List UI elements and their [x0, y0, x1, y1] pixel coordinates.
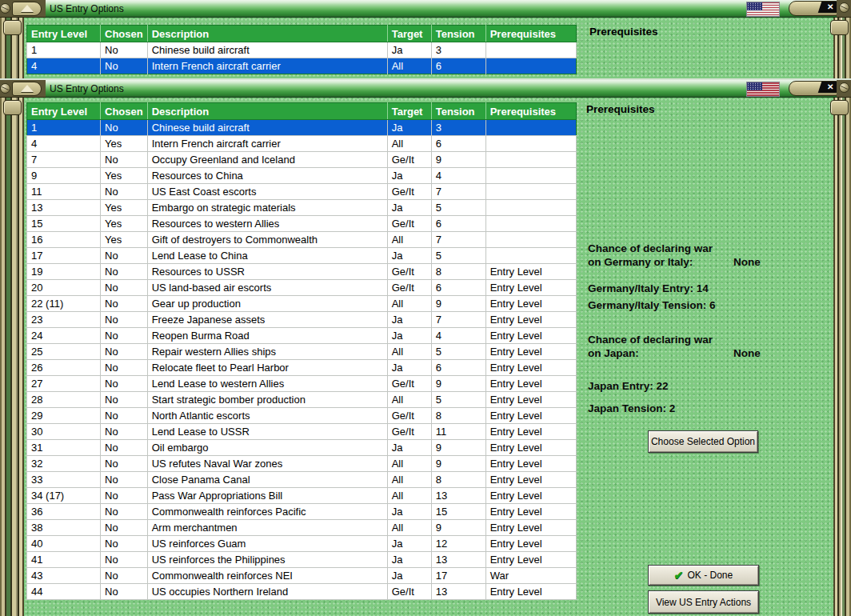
cell-tension[interactable]: 11 — [431, 424, 485, 440]
cell-description[interactable]: US land-based air escorts — [147, 280, 387, 296]
cell-entry-level[interactable]: 38 — [27, 520, 101, 536]
entry-option-row[interactable]: 24NoReopen Burma RoadJa4Entry Level — [27, 328, 577, 344]
cell-description[interactable]: Chinese build aircraft — [147, 42, 387, 58]
cell-entry-level[interactable]: 16 — [27, 232, 101, 248]
choose-selected-option-button[interactable]: Choose Selected Option — [648, 430, 758, 453]
cell-tension[interactable]: 13 — [431, 584, 485, 600]
cell-prerequisites[interactable] — [485, 58, 576, 74]
cell-prerequisites[interactable]: Entry Level — [485, 536, 576, 552]
cell-tension[interactable]: 17 — [431, 568, 485, 584]
cell-chosen[interactable]: No — [101, 504, 148, 520]
titlebar[interactable]: US Entry Options ✕ — [0, 0, 851, 18]
entry-option-row[interactable]: 22 (11)NoGear up productionAll9Entry Lev… — [27, 296, 577, 312]
entry-option-row[interactable]: 29NoNorth Atlantic escortsGe/It8Entry Le… — [27, 408, 577, 424]
cell-chosen[interactable]: No — [101, 568, 148, 584]
cell-chosen[interactable]: No — [101, 328, 148, 344]
cell-entry-level[interactable]: 22 (11) — [27, 296, 101, 312]
cell-entry-level[interactable]: 29 — [27, 408, 101, 424]
cell-entry-level[interactable]: 26 — [27, 360, 101, 376]
cell-chosen[interactable]: No — [101, 392, 148, 408]
cell-tension[interactable]: 8 — [431, 264, 485, 280]
cell-chosen[interactable]: No — [101, 360, 148, 376]
cell-prerequisites[interactable]: Entry Level — [485, 264, 576, 280]
cell-target[interactable]: Ge/It — [387, 408, 431, 424]
cell-description[interactable]: Freeze Japanese assets — [147, 312, 387, 328]
cell-description[interactable]: US occupies Northern Ireland — [147, 584, 387, 600]
cell-description[interactable]: Repair western Allies ships — [147, 344, 387, 360]
cell-description[interactable]: Oil embargo — [147, 440, 387, 456]
cell-entry-level[interactable]: 43 — [27, 568, 101, 584]
collapse-button[interactable] — [12, 82, 42, 96]
cell-target[interactable]: All — [387, 344, 431, 360]
cell-tension[interactable]: 13 — [431, 488, 485, 504]
entry-option-row[interactable]: 33NoClose Panama CanalAll8Entry Level — [27, 472, 577, 488]
entry-option-row[interactable]: 19NoResources to USSRGe/It8Entry Level — [27, 264, 577, 280]
cell-prerequisites[interactable] — [485, 184, 576, 200]
entry-option-row[interactable]: 1NoChinese build aircraftJa3 — [27, 42, 577, 58]
cell-tension[interactable]: 6 — [431, 360, 485, 376]
cell-target[interactable]: All — [387, 488, 431, 504]
cell-tension[interactable]: 6 — [431, 58, 485, 74]
entry-option-row[interactable]: 30NoLend Lease to USSRGe/It11Entry Level — [27, 424, 577, 440]
cell-description[interactable]: Lend Lease to western Allies — [147, 376, 387, 392]
cell-chosen[interactable]: No — [101, 408, 148, 424]
cell-tension[interactable]: 8 — [431, 408, 485, 424]
cell-entry-level[interactable]: 44 — [27, 584, 101, 600]
cell-description[interactable]: US reinforces Guam — [147, 536, 387, 552]
cell-description[interactable]: Gear up production — [147, 296, 387, 312]
cell-chosen[interactable]: Yes — [101, 200, 148, 216]
cell-tension[interactable]: 5 — [431, 392, 485, 408]
cell-prerequisites[interactable]: Entry Level — [485, 472, 576, 488]
cell-chosen[interactable]: No — [101, 312, 148, 328]
entry-option-row[interactable]: 28NoStart strategic bomber productionAll… — [27, 392, 577, 408]
entry-option-row[interactable]: 26NoRelocate fleet to Pearl HarborJa6Ent… — [27, 360, 577, 376]
cell-entry-level[interactable]: 27 — [27, 376, 101, 392]
cell-entry-level[interactable]: 41 — [27, 552, 101, 568]
cell-tension[interactable]: 5 — [431, 200, 485, 216]
cell-tension[interactable]: 9 — [431, 376, 485, 392]
cell-entry-level[interactable]: 24 — [27, 328, 101, 344]
cell-prerequisites[interactable] — [485, 168, 576, 184]
cell-description[interactable]: US refutes Naval War zones — [147, 456, 387, 472]
cell-prerequisites[interactable]: Entry Level — [485, 552, 576, 568]
cell-target[interactable]: All — [387, 296, 431, 312]
cell-tension[interactable]: 12 — [431, 536, 485, 552]
cell-description[interactable]: Commonwealth reinforces Pacific — [147, 504, 387, 520]
cell-chosen[interactable]: No — [101, 552, 148, 568]
cell-prerequisites[interactable] — [485, 232, 576, 248]
cell-entry-level[interactable]: 28 — [27, 392, 101, 408]
cell-entry-level[interactable]: 40 — [27, 536, 101, 552]
cell-target[interactable]: Ja — [387, 552, 431, 568]
entry-option-row[interactable]: 1NoChinese build aircraftJa3 — [27, 120, 577, 136]
cell-chosen[interactable]: No — [101, 520, 148, 536]
cell-entry-level[interactable]: 31 — [27, 440, 101, 456]
cell-prerequisites[interactable] — [485, 136, 576, 152]
cell-entry-level[interactable]: 4 — [27, 58, 101, 74]
cell-tension[interactable]: 9 — [431, 440, 485, 456]
entry-option-row[interactable]: 7NoOccupy Greenland and IcelandGe/It9 — [27, 152, 577, 168]
cell-entry-level[interactable]: 15 — [27, 216, 101, 232]
cell-prerequisites[interactable] — [485, 152, 576, 168]
entry-option-row[interactable]: 43NoCommonwealth reinforces NEIJa17War — [27, 568, 577, 584]
entry-option-row[interactable]: 15YesResources to western AlliesGe/It6 — [27, 216, 577, 232]
cell-chosen[interactable]: Yes — [101, 136, 148, 152]
cell-chosen[interactable]: No — [101, 440, 148, 456]
cell-chosen[interactable]: No — [101, 472, 148, 488]
cell-description[interactable]: Intern French aircraft carrier — [147, 136, 387, 152]
cell-prerequisites[interactable]: Entry Level — [485, 312, 576, 328]
cell-entry-level[interactable]: 32 — [27, 456, 101, 472]
entry-option-row[interactable]: 4NoIntern French aircraft carrierAll6 — [27, 58, 577, 74]
cell-tension[interactable]: 4 — [431, 168, 485, 184]
cell-target[interactable]: Ja — [387, 248, 431, 264]
cell-tension[interactable]: 13 — [431, 552, 485, 568]
cell-target[interactable]: Ja — [387, 328, 431, 344]
cell-description[interactable]: Resources to China — [147, 168, 387, 184]
cell-target[interactable]: Ja — [387, 120, 431, 136]
cell-description[interactable]: Reopen Burma Road — [147, 328, 387, 344]
entry-option-row[interactable]: 13YesEmbargo on strategic materialsJa5 — [27, 200, 577, 216]
entry-option-row[interactable]: 36NoCommonwealth reinforces PacificJa15E… — [27, 504, 577, 520]
cell-description[interactable]: Gift of destroyers to Commonwealth — [147, 232, 387, 248]
cell-prerequisites[interactable]: Entry Level — [485, 456, 576, 472]
cell-tension[interactable]: 9 — [431, 296, 485, 312]
cell-description[interactable]: Intern French aircraft carrier — [147, 58, 387, 74]
